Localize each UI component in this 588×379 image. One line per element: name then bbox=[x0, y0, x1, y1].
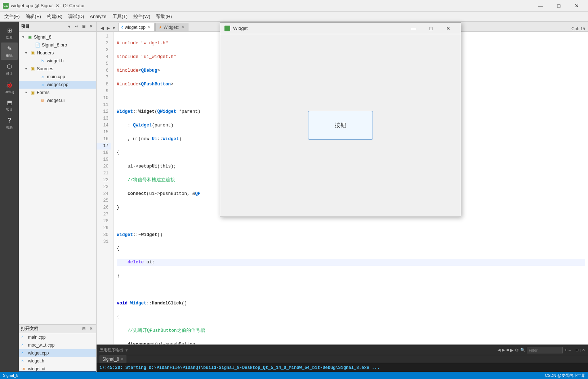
menu-widgets[interactable]: 控件(W) bbox=[130, 12, 153, 21]
output-plus-btn[interactable]: + bbox=[564, 348, 567, 353]
panel-close-btn[interactable]: ✕ bbox=[88, 23, 94, 30]
ln-7: 7 bbox=[97, 74, 111, 81]
sidebar-item-help[interactable]: ? 帮助 bbox=[1, 115, 18, 132]
tab-widgetcpp-label: widget.cpp bbox=[125, 25, 146, 30]
output-header-tools: ◀ ▶ ■ ▶ ⚙ 🔍 + − ⊟ ↑ ✕ bbox=[498, 347, 585, 353]
maximize-button[interactable]: □ bbox=[551, 1, 567, 11]
output-expand-btn[interactable]: ↑ bbox=[579, 348, 582, 352]
output-nav-btn1[interactable]: 应用程序输出 bbox=[99, 347, 123, 353]
ln-29: 29 bbox=[97, 225, 111, 232]
output-play-btn[interactable]: ▶ bbox=[510, 348, 513, 353]
menu-analyze[interactable]: Analyze bbox=[87, 13, 109, 20]
output-close-btn[interactable]: ✕ bbox=[582, 348, 585, 352]
output-panel-controls: ⊟ ↑ ✕ bbox=[575, 348, 585, 352]
file-item-widgeth2[interactable]: h widget.h bbox=[19, 357, 96, 365]
sidebar-item-debug[interactable]: 🐞 Debug bbox=[1, 79, 18, 96]
panel-filter-btn[interactable]: ▼ bbox=[66, 23, 72, 30]
tree-item-forms[interactable]: ▼ ▣ Forms bbox=[19, 89, 96, 97]
file-icon-mocwt: c bbox=[22, 343, 27, 348]
output-minus-btn[interactable]: − bbox=[568, 348, 571, 353]
widget-titlebar: Widget — □ ✕ bbox=[220, 23, 461, 34]
project-panel-header: 项目 ▼ ⇔ ⊟ ✕ bbox=[19, 22, 96, 32]
widgetcpp-icon: c bbox=[40, 82, 45, 88]
file-item-maincpp[interactable]: c main.cpp bbox=[19, 333, 96, 341]
tree-item-widgetcpp[interactable]: c widget.cpp bbox=[19, 81, 96, 89]
file-item-widgetcpp[interactable]: c widget.cpp bbox=[19, 349, 96, 357]
ln-22: 22 bbox=[97, 177, 111, 184]
tree-item-signal8pro[interactable]: 📄 Signal_8.pro bbox=[19, 41, 96, 49]
nav-down-btn[interactable]: ▾ bbox=[112, 25, 116, 31]
help-icon: ? bbox=[5, 116, 13, 124]
widget-title: Widget bbox=[233, 26, 248, 31]
output-tab-signal8[interactable]: Signal_8 ✕ bbox=[99, 355, 126, 364]
output-up-btn[interactable]: ◀ bbox=[498, 348, 500, 352]
sidebar-item-edit[interactable]: ✎ 编辑 bbox=[1, 43, 18, 60]
menu-help[interactable]: 帮助(H) bbox=[153, 12, 175, 21]
panel-split-btn[interactable]: ⊟ bbox=[80, 23, 87, 30]
menu-tools[interactable]: 工具(T) bbox=[110, 12, 131, 21]
docs-close-btn[interactable]: ✕ bbox=[88, 326, 94, 332]
tree-item-signal8[interactable]: ▼ ▣ Signal_8 bbox=[19, 33, 96, 41]
tree-item-sources[interactable]: ▼ ▣ Sources bbox=[19, 65, 96, 73]
tree-item-headers[interactable]: ▼ ▣ Headers bbox=[19, 49, 96, 57]
headers-icon: ▣ bbox=[30, 50, 35, 56]
design-icon: ⬡ bbox=[5, 62, 13, 70]
docs-split-btn[interactable]: ⊟ bbox=[80, 326, 87, 332]
sidebar-item-design[interactable]: ⬡ 设计 bbox=[1, 61, 18, 78]
code-line-23: disconnect(ui->pushButton, bbox=[117, 341, 585, 344]
tab-widgetcpp[interactable]: c widget.cpp ✕ bbox=[118, 23, 155, 31]
sidebar-item-welcome[interactable]: ⊞ 欢迎 bbox=[1, 24, 18, 42]
search-icon: 🔍 bbox=[520, 348, 525, 352]
output-stop-btn[interactable]: ■ bbox=[506, 348, 509, 353]
welcome-label: 欢迎 bbox=[6, 35, 13, 40]
tree-item-widgeth[interactable]: h widget.h bbox=[19, 57, 96, 65]
nav-forward-btn[interactable]: ▶ bbox=[106, 25, 111, 31]
panel-link-btn[interactable]: ⇔ bbox=[73, 23, 80, 30]
forms-label: Forms bbox=[37, 90, 49, 95]
tree-item-widgetui[interactable]: UI widget.ui bbox=[19, 97, 96, 104]
menu-build[interactable]: 构建(B) bbox=[44, 12, 65, 21]
open-docs-tools: ⊟ ✕ bbox=[80, 326, 94, 332]
output-nav: 应用程序输出 ▼ bbox=[99, 347, 129, 353]
file-name-widgetcpp: widget.cpp bbox=[28, 351, 49, 356]
line-numbers: 1 2 3 4 5 6 7 8 9 10 11 12 13 14 15 16 1 bbox=[97, 32, 114, 344]
sources-label: Sources bbox=[37, 66, 53, 71]
ln-5: 5 bbox=[97, 61, 111, 67]
output-float-btn[interactable]: ⊟ bbox=[575, 348, 579, 352]
filter-input[interactable] bbox=[527, 347, 563, 353]
output-down-btn[interactable]: ▶ bbox=[502, 348, 505, 352]
file-item-mocwt[interactable]: c moc_w...t.cpp bbox=[19, 341, 96, 349]
edit-icon: ✎ bbox=[5, 44, 13, 52]
file-name-mocwt: moc_w...t.cpp bbox=[28, 343, 54, 348]
code-line-19 bbox=[117, 286, 585, 293]
close-button[interactable]: ✕ bbox=[569, 1, 585, 11]
widget-maximize-btn[interactable]: □ bbox=[423, 23, 439, 34]
ln-31: 31 bbox=[97, 238, 111, 245]
output-settings-btn[interactable]: ⚙ bbox=[515, 348, 519, 353]
ln-11: 11 bbox=[97, 102, 111, 108]
menu-file[interactable]: 文件(F) bbox=[1, 12, 23, 21]
tab-widgetcpp-close[interactable]: ✕ bbox=[147, 25, 151, 30]
help-label: 帮助 bbox=[6, 125, 13, 130]
app-title: widget.cpp @ Signal_8 - Qt Creator bbox=[11, 3, 85, 8]
panel-header-tools: ▼ ⇔ ⊟ ✕ bbox=[66, 23, 94, 30]
ln-4: 4 bbox=[97, 54, 111, 61]
nav-back-btn[interactable]: ◀ bbox=[99, 25, 105, 31]
code-line-16: { bbox=[117, 245, 585, 252]
file-item-widgetui2[interactable]: UI widget.ui bbox=[19, 365, 96, 371]
sidebar-item-project[interactable]: ⬒ 项目 bbox=[1, 97, 18, 114]
code-line-17: delete ui; bbox=[117, 259, 585, 266]
menu-edit[interactable]: 编辑(E) bbox=[23, 12, 44, 21]
tab-widgeth-label: Widget:: bbox=[164, 25, 179, 30]
widget-close-btn[interactable]: ✕ bbox=[440, 23, 456, 34]
tab-widgeth[interactable]: ★ Widget:: ✕ bbox=[155, 23, 188, 31]
output-tab-close[interactable]: ✕ bbox=[121, 357, 124, 361]
tree-item-maincpp[interactable]: c main.cpp bbox=[19, 73, 96, 81]
push-button[interactable]: 按钮 bbox=[308, 111, 373, 140]
tab-widgeth-close[interactable]: ✕ bbox=[181, 25, 185, 30]
headers-label: Headers bbox=[37, 50, 54, 55]
menu-debug[interactable]: 调试(D) bbox=[65, 12, 87, 21]
project-tree-area: ▼ ▣ Signal_8 📄 Signal_8.pro ▼ ▣ Headers bbox=[19, 32, 96, 324]
widget-minimize-btn[interactable]: — bbox=[405, 23, 422, 34]
minimize-button[interactable]: — bbox=[533, 1, 549, 11]
